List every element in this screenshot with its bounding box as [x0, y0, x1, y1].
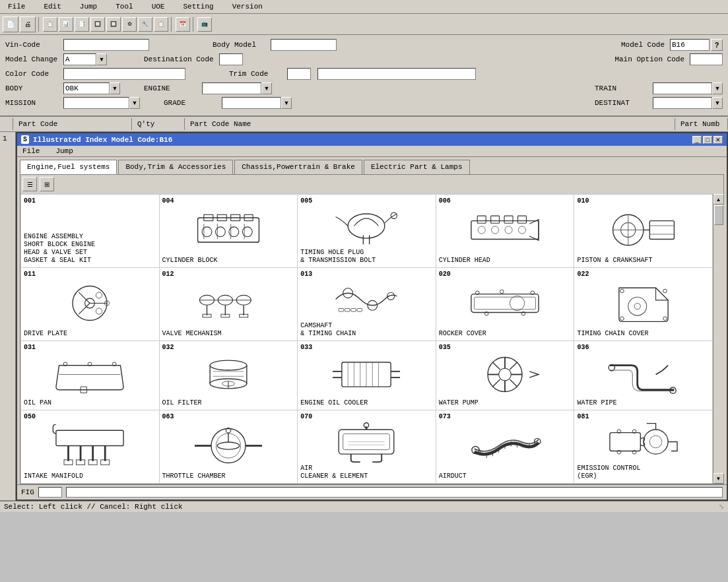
- toolbar-new[interactable]: 📄: [3, 16, 18, 32]
- toolbar-btn5[interactable]: 🔲: [106, 17, 121, 32]
- model-change-dropdown[interactable]: ▼: [96, 53, 107, 65]
- part-cell-081[interactable]: 081: [574, 410, 713, 484]
- menu-file[interactable]: File: [5, 1, 28, 12]
- part-name-020: ROCKER COVER: [439, 330, 486, 338]
- toolbar-sep3: [193, 17, 195, 32]
- fig-desc-input[interactable]: [66, 487, 723, 498]
- part-cell-073[interactable]: 073: [436, 410, 575, 484]
- part-img-050: [24, 420, 156, 471]
- part-cell-012[interactable]: 012: [160, 268, 298, 341]
- part-img-063: [162, 420, 295, 471]
- main-option-input[interactable]: [690, 53, 723, 65]
- model-code-input[interactable]: [670, 39, 710, 51]
- menu-tool[interactable]: Tool: [113, 1, 135, 12]
- grade-dropdown[interactable]: ▼: [281, 97, 292, 109]
- parts-scrollbar[interactable]: ▲ ▼: [713, 194, 723, 484]
- part-cell-050[interactable]: 050: [21, 410, 160, 484]
- part-num-073: 073: [439, 413, 451, 420]
- toolbar-btn1[interactable]: 📋: [43, 17, 57, 32]
- toolbar-btn7[interactable]: 🔧: [138, 17, 152, 32]
- part-num-050: 050: [24, 413, 36, 420]
- part-cell-070[interactable]: 070: [298, 410, 436, 484]
- part-cell-013[interactable]: 013: [298, 268, 436, 341]
- dest-code-input[interactable]: [219, 53, 243, 65]
- toolbar-btn6[interactable]: ⚙: [122, 17, 137, 32]
- part-img-035: [439, 351, 572, 398]
- menu-uoe[interactable]: UOE: [149, 1, 168, 12]
- part-cell-033[interactable]: 033: [298, 341, 436, 410]
- vin-code-input[interactable]: [63, 39, 149, 51]
- destinat-input[interactable]: [653, 97, 712, 109]
- trim-code-input[interactable]: [287, 68, 311, 80]
- engine-dropdown[interactable]: ▼: [261, 82, 272, 94]
- toolbar-btn8[interactable]: 📋: [154, 17, 168, 32]
- train-input[interactable]: [653, 82, 712, 94]
- part-cell-011[interactable]: 011: [21, 268, 160, 341]
- scroll-thumb[interactable]: [714, 205, 723, 225]
- part-cell-032[interactable]: 032: [160, 341, 298, 410]
- part-img-011: [24, 278, 156, 329]
- train-dropdown[interactable]: ▼: [712, 82, 723, 94]
- part-name-006: CYLINDER HEAD: [439, 257, 490, 265]
- part-cell-006[interactable]: 006: [436, 195, 575, 268]
- toolbar-btn4[interactable]: 🔲: [90, 17, 105, 32]
- model-change-input[interactable]: [63, 53, 96, 65]
- resize-handle[interactable]: ⤡: [719, 503, 724, 511]
- engine-input[interactable]: [202, 82, 261, 94]
- menu-setting[interactable]: Setting: [180, 1, 216, 12]
- menu-edit[interactable]: Edit: [41, 1, 63, 12]
- toolbar-print[interactable]: 🖨: [20, 16, 36, 32]
- part-cell-022[interactable]: 022: [574, 268, 713, 341]
- trim-code-input2[interactable]: [317, 68, 476, 80]
- part-cell-036[interactable]: 036: [574, 341, 713, 410]
- part-img-006: [439, 205, 572, 255]
- window-container: S Illustrated Index Model Code:B16 _ □ ✕…: [16, 132, 728, 501]
- model-code-help-btn[interactable]: ?: [711, 39, 723, 51]
- part-img-081: [577, 420, 710, 463]
- model-change-group: ▼: [63, 53, 107, 65]
- part-cell-001[interactable]: 001 ENGINE ASSEMBLYSHORT BLOCK ENGINEHEA…: [21, 195, 160, 268]
- window-close-btn[interactable]: ✕: [713, 136, 723, 144]
- tab-electric[interactable]: Electric Part & Lamps: [364, 160, 470, 174]
- body-model-input[interactable]: [271, 39, 337, 51]
- color-code-input[interactable]: [63, 68, 185, 80]
- grade-group: ▼: [222, 97, 292, 109]
- part-cell-031[interactable]: 031: [21, 341, 160, 410]
- window-maximize-btn[interactable]: □: [703, 136, 712, 144]
- part-cell-010[interactable]: 010: [574, 195, 713, 268]
- menu-jump[interactable]: Jump: [77, 1, 100, 12]
- scroll-up-btn[interactable]: ▲: [713, 194, 724, 205]
- part-name-035: WATER PUMP: [439, 399, 479, 407]
- tab-chassis[interactable]: Chassis,Powertrain & Brake: [234, 160, 362, 174]
- window-menu-file[interactable]: File: [20, 146, 42, 156]
- part-name-081: EMISSION CONTROL(EGR): [577, 465, 640, 480]
- toolbar-btn9[interactable]: 📅: [176, 17, 190, 32]
- fig-code-input[interactable]: [38, 487, 62, 498]
- tab-engine-fuel[interactable]: Engine,Fuel systems: [20, 160, 117, 174]
- part-cell-020[interactable]: 020: [436, 268, 575, 341]
- parts-area: ☰ ⊞ 001 ENGINE ASSEMBLYSHO: [20, 174, 724, 484]
- part-cell-063[interactable]: 063: [160, 410, 298, 484]
- part-img-005: [300, 205, 433, 247]
- part-cell-005[interactable]: 005: [298, 195, 436, 268]
- toolbar-btn3[interactable]: 📑: [75, 17, 89, 32]
- menu-version[interactable]: Version: [230, 1, 265, 12]
- body-dropdown[interactable]: ▼: [110, 82, 120, 94]
- toolbar-btn10[interactable]: 📺: [197, 17, 212, 32]
- parts-list-view-btn[interactable]: ☰: [22, 177, 37, 191]
- window-minimize-btn[interactable]: _: [692, 136, 702, 144]
- toolbar-btn2[interactable]: 📊: [59, 17, 73, 32]
- scroll-down-btn[interactable]: ▼: [713, 473, 724, 484]
- form-row-2: Model Change ▼ Destination Code Main Opt…: [5, 53, 723, 65]
- body-input[interactable]: [63, 82, 110, 94]
- mission-input[interactable]: [63, 97, 129, 109]
- window-menu-jump[interactable]: Jump: [53, 146, 75, 156]
- mission-dropdown[interactable]: ▼: [129, 97, 140, 109]
- part-num-001: 001: [24, 197, 36, 205]
- destinat-dropdown[interactable]: ▼: [712, 97, 723, 109]
- part-cell-035[interactable]: 035: [436, 341, 575, 410]
- parts-grid-view-btn[interactable]: ⊞: [40, 177, 54, 191]
- tab-body-trim[interactable]: Body,Trim & Accessories: [118, 160, 233, 174]
- part-cell-004[interactable]: 004: [160, 195, 298, 268]
- grade-input[interactable]: [222, 97, 281, 109]
